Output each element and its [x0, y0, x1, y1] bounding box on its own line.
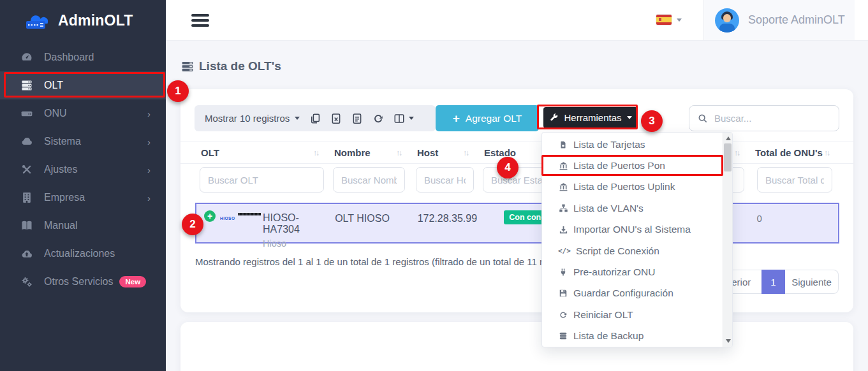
menu-item-lista-de-tarjetas[interactable]: Lista de Tarjetas	[542, 134, 732, 155]
menu-item-lista-de-vlans[interactable]: Lista de VLAN's	[542, 198, 732, 219]
ports-icon	[558, 182, 568, 192]
column-visibility-dropdown[interactable]	[394, 113, 414, 124]
menu-item-lista-de-puertos-pon[interactable]: Lista de Puertos Pon	[542, 155, 732, 176]
scroll-up-icon[interactable]	[726, 136, 731, 140]
cloud-upload-icon	[20, 247, 33, 260]
sidebar-item-label: OLT	[44, 80, 63, 91]
search-input[interactable]	[714, 113, 830, 124]
user-name: Soporte AdminOLT	[748, 13, 845, 27]
page-title: Lista de OLT's	[181, 59, 281, 73]
column-header-olt[interactable]: OLT	[201, 147, 219, 158]
sidebar-item-ajustes[interactable]: Ajustes ›	[0, 156, 166, 184]
menu-item-lista-de-backup[interactable]: Lista de Backup	[542, 326, 732, 347]
sort-icon[interactable]: ↑↓	[396, 149, 401, 157]
server-icon	[181, 60, 194, 73]
menu-item-reiniciar-olt[interactable]: Reiniciar OLT	[542, 304, 732, 325]
table-info-text: Mostrando registros del 1 al 1 de un tot…	[195, 256, 580, 267]
copy-button[interactable]	[309, 113, 321, 124]
export-file-button[interactable]	[351, 113, 363, 124]
app-screen: AdminOLT Dashboard OLT ONU › Sistema ›	[0, 0, 868, 371]
filter-olt-input[interactable]	[200, 167, 324, 193]
code-icon: </>	[558, 246, 571, 256]
refresh-button[interactable]	[372, 113, 384, 124]
sidebar-item-onu[interactable]: ONU ›	[0, 99, 166, 127]
columns-icon	[394, 113, 405, 124]
chevron-right-icon: ›	[147, 164, 151, 175]
cloud-icon	[20, 135, 33, 148]
chevron-down-icon	[627, 116, 632, 119]
dropdown-scrollbar[interactable]	[723, 133, 732, 347]
language-selector[interactable]	[656, 15, 682, 25]
column-header-host[interactable]: Host	[417, 147, 438, 158]
annotation-step-1: 1	[167, 80, 189, 102]
wrench-icon	[549, 113, 559, 122]
new-badge: New	[119, 276, 146, 287]
filter-host-input[interactable]	[416, 167, 474, 193]
column-header-total-onus[interactable]: Total de ONU's	[755, 147, 823, 158]
table-search	[689, 105, 839, 131]
sort-icon[interactable]: ↑↓	[463, 149, 468, 157]
sidebar-item-dashboard[interactable]: Dashboard	[0, 43, 166, 71]
sidebar-item-label: Dashboard	[44, 52, 94, 63]
sidebar-item-empresa[interactable]: Empresa ›	[0, 184, 166, 212]
sidebar-item-label: Otros Servicios	[44, 276, 113, 287]
tools-dropdown-button[interactable]: Herramientas	[543, 107, 638, 128]
sidebar-item-label: Manual	[44, 220, 77, 231]
sidebar-item-otros-servicios[interactable]: Otros Servicios New	[0, 268, 166, 296]
sidebar-item-sistema[interactable]: Sistema ›	[0, 127, 166, 156]
chevron-down-icon	[677, 18, 682, 22]
sidebar-item-label: Empresa	[44, 192, 85, 203]
building-icon	[20, 191, 33, 204]
brand-cloud-olt-icon	[23, 10, 52, 31]
column-header-estado[interactable]: Estado	[484, 147, 516, 158]
menu-item-guardar-configuracion[interactable]: Guardar Configuración	[542, 283, 732, 304]
add-olt-button[interactable]: + Agregar OLT	[436, 105, 539, 131]
avatar	[715, 8, 739, 33]
sort-icon[interactable]: ↑↓	[824, 149, 829, 157]
sort-icon[interactable]: ↑↓	[313, 149, 318, 157]
server-icon	[20, 79, 33, 92]
save-icon	[558, 288, 568, 298]
sidebar-nav: Dashboard OLT ONU › Sistema › Ajustes ›	[0, 43, 166, 296]
cell-host: 172.28.35.99	[418, 213, 477, 224]
plus-icon: +	[453, 112, 460, 126]
menu-item-pre-autorizar-onu[interactable]: Pre-autorizar ONU	[542, 261, 732, 282]
sidebar-item-olt[interactable]: OLT	[0, 71, 166, 99]
olt-list-card: Mostrar 10 registros + Agregar OLT Herra…	[180, 89, 853, 312]
sidebar-item-actualizaciones[interactable]: Actualizaciones	[0, 240, 166, 268]
cell-nombre: OLT HIOSO	[335, 213, 390, 224]
menu-item-importar-onus[interactable]: Importar ONU's al Sistema	[542, 219, 732, 240]
filter-total-input[interactable]	[757, 167, 832, 193]
column-header-nombre[interactable]: Nombre	[334, 147, 371, 158]
device-icon	[20, 107, 33, 120]
export-excel-button[interactable]	[330, 113, 342, 124]
scroll-down-icon[interactable]	[726, 339, 731, 343]
table-header-row: OLT↑↓ Nombre↑↓ Host↑↓ Estado↑↓ ↑↓ Total …	[180, 142, 853, 164]
user-menu[interactable]: Soporte AdminOLT	[703, 0, 855, 40]
sidebar-item-manual[interactable]: Manual	[0, 212, 166, 240]
network-icon	[558, 203, 568, 214]
topbar: Soporte AdminOLT	[166, 0, 868, 41]
olt-brand: Hioso	[263, 238, 329, 249]
pagination-next-button[interactable]: Siguiente	[785, 270, 839, 294]
pagination-page-1[interactable]: 1	[761, 270, 785, 294]
sidebar-toggle-button[interactable]	[191, 14, 209, 29]
expand-row-button[interactable]: +	[204, 210, 216, 222]
backup-icon	[558, 331, 568, 341]
chevron-right-icon: ›	[147, 193, 151, 203]
olt-device-image: HIOSO	[216, 211, 254, 222]
content-area: Lista de OLT's Mostrar 10 registros +	[166, 41, 868, 371]
sort-icon[interactable]: ↑↓	[734, 149, 739, 157]
menu-item-script-de-conexion[interactable]: </> Script de Conexión	[542, 240, 732, 261]
book-icon	[20, 219, 33, 232]
annotation-step-2: 2	[182, 214, 203, 235]
show-records-dropdown[interactable]: Mostrar 10 registros	[205, 113, 300, 124]
sim-card-icon	[558, 140, 568, 150]
table-row[interactable]: + HIOSO HIOSO-HA7304 Hioso OLT HIOSO 172…	[195, 203, 839, 244]
menu-item-lista-de-puertos-uplink[interactable]: Lista de Puertos Uplink	[542, 177, 732, 198]
spain-flag-icon	[656, 15, 672, 25]
scrollbar-thumb[interactable]	[724, 143, 732, 171]
brand-logo[interactable]: AdminOLT	[0, 0, 166, 41]
filter-nombre-input[interactable]	[333, 167, 405, 193]
ports-icon	[558, 161, 568, 171]
